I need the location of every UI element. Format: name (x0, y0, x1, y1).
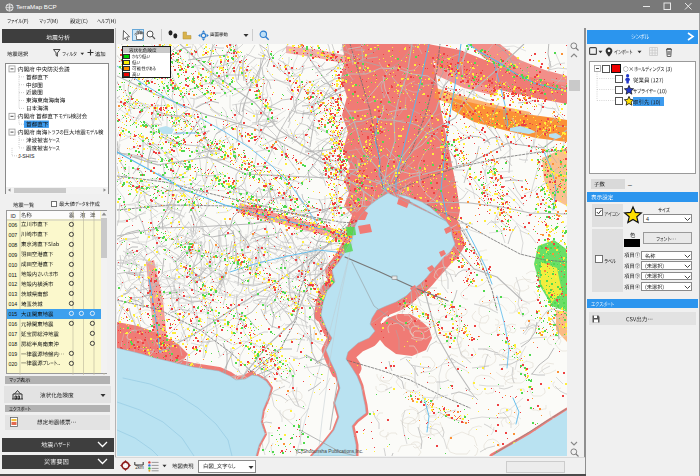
svg-text:2km: 2km (135, 465, 144, 470)
